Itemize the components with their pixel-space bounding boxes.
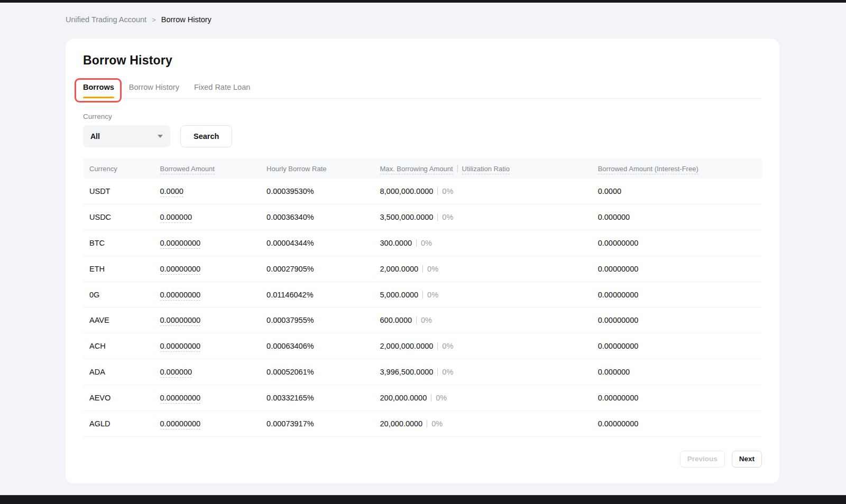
- tab-fixed-rate-loan[interactable]: Fixed Rate Loan: [194, 83, 250, 98]
- table-row: ACH 0.00000000 0.00063406% 2,000,000.000…: [83, 333, 762, 359]
- cell-hourly-borrow-rate: 0.01146042%: [260, 291, 373, 299]
- cell-max-utilization: 600.00000%: [374, 316, 592, 324]
- cell-max-utilization: 2,000,000.00000%: [374, 342, 592, 350]
- cell-utilization-ratio: 0%: [421, 316, 432, 324]
- cell-divider: [431, 394, 431, 402]
- cell-borrowed-interest-free: 0.00000000: [592, 316, 762, 324]
- header-divider: [457, 165, 458, 172]
- header-utilization-ratio[interactable]: Utilization Ratio: [462, 165, 510, 174]
- cell-max-utilization: 20,000.00000%: [374, 419, 592, 428]
- cell-divider: [422, 265, 423, 273]
- tab-borrows[interactable]: Borrows: [83, 83, 114, 98]
- active-tab-underline: [83, 97, 114, 98]
- previous-page-button[interactable]: Previous: [680, 451, 725, 468]
- cell-hourly-borrow-rate: 0.00039530%: [260, 187, 373, 195]
- cell-currency: ETH: [83, 265, 154, 273]
- table-row: ETH 0.00000000 0.00027905% 2,000.00000% …: [83, 256, 762, 282]
- search-button[interactable]: Search: [180, 125, 232, 147]
- cell-borrowed-amount: 0.000000: [154, 368, 261, 376]
- cell-hourly-borrow-rate: 0.00073917%: [260, 419, 373, 428]
- cell-utilization-ratio: 0%: [436, 394, 447, 402]
- cell-divider: [427, 420, 427, 427]
- cell-borrowed-amount: 0.0000: [154, 187, 261, 195]
- cell-borrowed-amount: 0.00000000: [154, 394, 261, 402]
- cell-max-utilization: 3,996,500.00000%: [374, 368, 592, 376]
- table-header-row: Currency Borrowed Amount Hourly Borrow R…: [83, 158, 762, 179]
- cell-utilization-ratio: 0%: [431, 419, 443, 428]
- cell-borrowed-amount: 0.000000: [154, 213, 261, 221]
- cell-borrowed-amount: 0.00000000: [154, 342, 261, 350]
- cell-divider: [437, 342, 438, 350]
- table-row: USDC 0.000000 0.00036340% 3,500,000.0000…: [83, 204, 762, 230]
- table-row: AGLD 0.00000000 0.00073917% 20,000.00000…: [83, 411, 762, 437]
- header-max-borrowing-amount[interactable]: Max. Borrowing Amount: [380, 165, 453, 174]
- cell-borrowed-interest-free: 0.0000: [592, 187, 762, 195]
- cell-divider: [437, 188, 438, 195]
- cell-borrowed-amount: 0.00000000: [154, 316, 261, 324]
- cell-hourly-borrow-rate: 0.00063406%: [260, 342, 373, 350]
- breadcrumb: Unified Trading Account > Borrow History: [66, 15, 212, 24]
- chevron-down-icon: [158, 135, 163, 138]
- header-borrowed-interest-free: Borrowed Amount (Interest-Free): [592, 165, 762, 173]
- cell-hourly-borrow-rate: 0.00027905%: [260, 265, 373, 273]
- cell-max-utilization: 3,500,000.00000%: [374, 213, 592, 221]
- filter-section: Currency All Search: [83, 113, 762, 147]
- cell-borrowed-amount: 0.00000000: [154, 265, 261, 273]
- cell-divider: [416, 239, 417, 247]
- breadcrumb-current: Borrow History: [161, 15, 212, 24]
- cell-borrowed-interest-free: 0.000000: [592, 368, 762, 376]
- cell-divider: [437, 213, 438, 221]
- cell-utilization-ratio: 0%: [442, 213, 453, 221]
- table-body: USDT 0.0000 0.00039530% 8,000,000.00000%…: [83, 179, 762, 437]
- cell-divider: [422, 291, 423, 298]
- cell-currency: AEVO: [83, 394, 154, 402]
- cell-currency: USDT: [83, 187, 154, 195]
- cell-utilization-ratio: 0%: [421, 239, 432, 247]
- borrows-table: Currency Borrowed Amount Hourly Borrow R…: [83, 158, 762, 437]
- table-row: BTC 0.00000000 0.00004344% 300.00000% 0.…: [83, 230, 762, 256]
- table-row: AEVO 0.00000000 0.00332165% 200,000.0000…: [83, 385, 762, 411]
- cell-borrowed-interest-free: 0.000000: [592, 213, 762, 221]
- cell-utilization-ratio: 0%: [442, 342, 453, 350]
- cell-divider: [416, 316, 417, 324]
- tab-bar: Borrows Borrow History Fixed Rate Loan: [83, 79, 762, 99]
- tab-borrow-history[interactable]: Borrow History: [129, 83, 179, 98]
- next-page-button[interactable]: Next: [732, 451, 762, 468]
- header-borrowed-amount: Borrowed Amount: [154, 165, 261, 173]
- breadcrumb-parent-link[interactable]: Unified Trading Account: [66, 15, 146, 24]
- cell-utilization-ratio: 0%: [427, 291, 438, 299]
- cell-borrowed-interest-free: 0.00000000: [592, 239, 762, 247]
- page-title: Borrow History: [83, 53, 762, 68]
- cell-hourly-borrow-rate: 0.00052061%: [260, 368, 373, 376]
- bottom-black-bar: [0, 495, 846, 504]
- table-row: ADA 0.000000 0.00052061% 3,996,500.00000…: [83, 359, 762, 385]
- cell-currency: ACH: [83, 342, 154, 350]
- cell-utilization-ratio: 0%: [427, 265, 438, 273]
- cell-currency: AAVE: [83, 316, 154, 324]
- cell-currency: ADA: [83, 368, 154, 376]
- cell-hourly-borrow-rate: 0.00037955%: [260, 316, 373, 324]
- cell-max-utilization: 200,000.00000%: [374, 394, 592, 402]
- cell-borrowed-interest-free: 0.00000000: [592, 265, 762, 273]
- cell-hourly-borrow-rate: 0.00332165%: [260, 394, 373, 402]
- header-currency: Currency: [83, 165, 154, 173]
- cell-borrowed-interest-free: 0.00000000: [592, 419, 762, 428]
- tab-fixed-rate-loan-label: Fixed Rate Loan: [194, 83, 250, 91]
- cell-max-utilization: 300.00000%: [374, 239, 592, 247]
- cell-currency: USDC: [83, 213, 154, 221]
- cell-divider: [437, 368, 438, 376]
- cell-max-utilization: 8,000,000.00000%: [374, 187, 592, 195]
- currency-select[interactable]: All: [83, 125, 170, 147]
- cell-borrowed-interest-free: 0.00000000: [592, 291, 762, 299]
- cell-currency: BTC: [83, 239, 154, 247]
- cell-hourly-borrow-rate: 0.00036340%: [260, 213, 373, 221]
- cell-currency: 0G: [83, 291, 154, 299]
- cell-borrowed-amount: 0.00000000: [154, 419, 261, 428]
- breadcrumb-separator-icon: >: [152, 16, 156, 24]
- table-row: 0G 0.00000000 0.01146042% 5,000.00000% 0…: [83, 282, 762, 308]
- header-hourly-borrow-rate: Hourly Borrow Rate: [260, 165, 373, 173]
- table-row: USDT 0.0000 0.00039530% 8,000,000.00000%…: [83, 179, 762, 204]
- cell-max-utilization: 5,000.00000%: [374, 291, 592, 299]
- tab-borrow-history-label: Borrow History: [129, 83, 179, 91]
- currency-select-value: All: [90, 132, 100, 141]
